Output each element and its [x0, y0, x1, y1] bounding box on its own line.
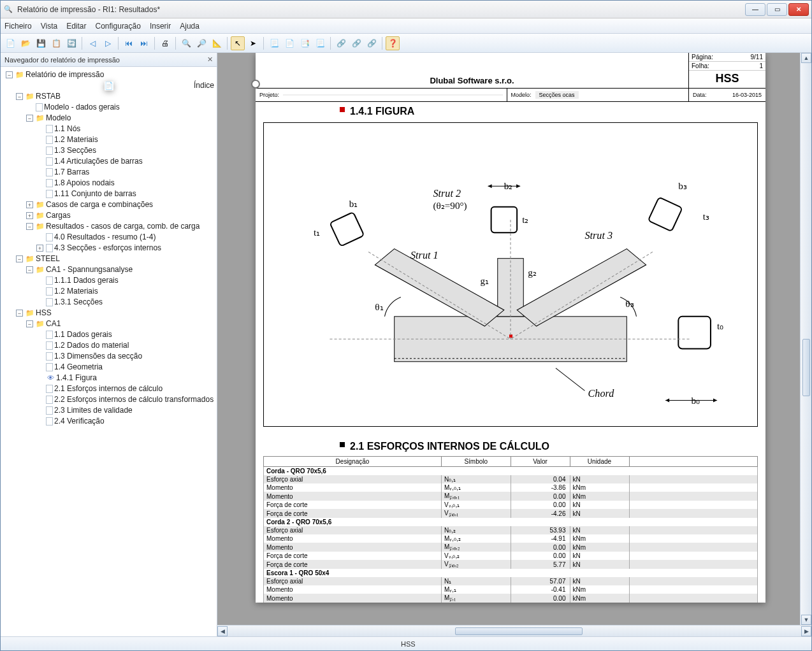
- navigator-title: Navegador do relatório de impressão: [4, 56, 120, 64]
- tree-item[interactable]: 1.4 Geometria: [54, 362, 103, 373]
- val-folha: 1: [759, 62, 763, 69]
- tree-item[interactable]: 1.2 Materiais: [54, 286, 98, 297]
- tb-doc3-icon[interactable]: 📑: [298, 36, 312, 50]
- tb-refresh-icon[interactable]: 🔄: [64, 36, 78, 50]
- svg-text:Strut 2: Strut 2: [433, 188, 461, 199]
- app-window: 🔍 Relatório de impressão - RI1: Resultad…: [0, 0, 812, 651]
- tb-first-icon[interactable]: ⏮: [122, 36, 136, 50]
- tree-item[interactable]: 1.3 Dimensões da secção: [54, 351, 142, 362]
- tree-item[interactable]: 1.4.1 Figura: [56, 373, 97, 383]
- val-projeto: [283, 94, 502, 96]
- tree-item[interactable]: 2.3 Limites de validade: [54, 405, 133, 416]
- tb-zoomin-icon[interactable]: 🔍: [179, 36, 193, 50]
- tree-item[interactable]: 1.4 Articulações de barras: [54, 156, 143, 167]
- svg-text:t₃: t₃: [703, 211, 709, 222]
- lbl-modelo: Modelo:: [511, 92, 532, 98]
- tb-next-icon[interactable]: ▷: [101, 36, 115, 50]
- scroll-thumb[interactable]: [802, 339, 810, 396]
- horizontal-scrollbar[interactable]: ◀ ▶: [217, 625, 811, 636]
- tree-rstab[interactable]: RSTAB: [36, 91, 61, 102]
- tb-link3-icon[interactable]: 🔗: [365, 36, 379, 50]
- tree-item[interactable]: 1.3 Secções: [54, 145, 96, 156]
- menu-editar[interactable]: Editar: [66, 22, 86, 31]
- page-canvas[interactable]: Dlubal Software s.r.o. Página:9/11 Folha…: [217, 53, 811, 625]
- maximize-button[interactable]: ▭: [767, 3, 787, 16]
- scroll-up-icon[interactable]: ▲: [801, 53, 811, 63]
- tree-item[interactable]: 2.2 Esforços internos de cálculo transfo…: [54, 394, 214, 405]
- scroll-thumb-h[interactable]: [455, 627, 583, 635]
- tb-help-icon[interactable]: ❓: [386, 36, 400, 50]
- titlebar[interactable]: 🔍 Relatório de impressão - RI1: Resultad…: [1, 1, 811, 18]
- tb-print-icon[interactable]: 🖨: [158, 36, 172, 50]
- tb-doc2-icon[interactable]: 📄: [282, 36, 296, 50]
- tb-last-icon[interactable]: ⏭: [137, 36, 151, 50]
- lbl-projeto: Projeto:: [259, 92, 279, 98]
- tree-item[interactable]: 1.2 Dados do material: [54, 340, 129, 351]
- tree-result[interactable]: Resultados - casos de carga, comb. de ca…: [46, 221, 199, 232]
- separator: [154, 37, 155, 50]
- scroll-down-icon[interactable]: ▼: [801, 615, 811, 625]
- tree-item[interactable]: 1.1 Dados gerais: [54, 329, 112, 340]
- tb-link1-icon[interactable]: 🔗: [334, 36, 348, 50]
- table-row: Escora 1 - QRO 50x4: [264, 569, 758, 577]
- tree-ca1[interactable]: CA1: [46, 318, 61, 329]
- menu-ajuda[interactable]: Ajuda: [180, 22, 199, 31]
- table-row: MomentoMᵧ,₁-0.41kNm: [264, 585, 758, 594]
- tree-item[interactable]: 1.2 Materiais: [54, 134, 98, 145]
- tree-ca1s[interactable]: CA1 - Spannungsanalyse: [46, 264, 133, 275]
- tb-select-icon[interactable]: ↖: [231, 36, 245, 50]
- tb-copy-icon[interactable]: 📋: [49, 36, 63, 50]
- tree-modelo[interactable]: Modelo: [46, 113, 71, 124]
- minimize-button[interactable]: —: [745, 3, 765, 16]
- menu-vista[interactable]: Vista: [41, 22, 57, 31]
- tb-open-icon[interactable]: 📂: [18, 36, 33, 50]
- svg-text:t₀: t₀: [717, 320, 723, 331]
- tb-prev-icon[interactable]: ◁: [85, 36, 99, 50]
- svg-line-15: [556, 368, 585, 390]
- svg-text:t₁: t₁: [314, 227, 320, 238]
- vertical-scrollbar[interactable]: ▲ ▼: [800, 53, 811, 625]
- menu-ficheiro[interactable]: Ficheiro: [4, 22, 32, 31]
- table-row: Corda 2 - QRO 70x5,6: [264, 518, 758, 526]
- tb-doc4-icon[interactable]: 📃: [313, 36, 327, 50]
- tree-hss[interactable]: HSS: [36, 308, 52, 318]
- figure-diagram: Strut 1 Strut 2 (θ₂=90°) Strut 3 Chord b…: [263, 122, 758, 427]
- tb-save-icon[interactable]: 💾: [34, 36, 48, 50]
- navigator-tree[interactable]: −📁Relatório de impressão 📄Índice −📁RSTAB…: [1, 67, 217, 636]
- tree-steel[interactable]: STEEL: [36, 254, 60, 264]
- tree-item[interactable]: 2.4 Verificação: [54, 416, 105, 427]
- menu-inserir[interactable]: Inserir: [150, 22, 171, 31]
- lbl-data: Data:: [693, 92, 707, 98]
- tree-item[interactable]: 1.1 Nós: [54, 124, 80, 134]
- val-data: 16-03-2015: [732, 92, 762, 98]
- tree-modelo-dados[interactable]: Modelo - dados gerais: [44, 102, 120, 113]
- page-hss: HSS: [689, 71, 765, 88]
- tb-zoomout-icon[interactable]: 🔎: [194, 36, 208, 50]
- close-button[interactable]: ✕: [788, 3, 809, 16]
- tree-item[interactable]: 1.7 Barras: [54, 167, 89, 178]
- navigator-close-icon[interactable]: ✕: [207, 55, 213, 64]
- tree-item[interactable]: 1.11 Conjunto de barras: [54, 189, 136, 199]
- tb-doc1-icon[interactable]: 📃: [267, 36, 281, 50]
- svg-rect-8: [648, 197, 683, 231]
- tb-zoompage-icon[interactable]: 📐: [210, 36, 224, 50]
- tree-item[interactable]: 4.3 Secções - esforços internos: [54, 243, 161, 254]
- separator: [227, 37, 228, 50]
- scroll-right-icon[interactable]: ▶: [801, 626, 811, 636]
- svg-marker-4: [517, 248, 646, 326]
- tree-cargas[interactable]: Cargas: [46, 210, 71, 221]
- tree-item[interactable]: 4.0 Resultados - resumo (1-4): [54, 232, 156, 243]
- tree-item[interactable]: 1.1.1 Dados gerais: [54, 275, 119, 286]
- tree-item[interactable]: 1.3.1 Secções: [54, 297, 103, 308]
- table-row: MomentoMᵧ,₀,₁-3.86kNm: [264, 483, 758, 492]
- tree-indice[interactable]: Índice: [194, 80, 214, 91]
- tb-new-icon[interactable]: 📄: [3, 36, 17, 50]
- tb-link2-icon[interactable]: 🔗: [349, 36, 363, 50]
- tree-casos[interactable]: Casos de carga e combinações: [46, 199, 153, 210]
- tb-pointer-icon[interactable]: ➤: [246, 36, 260, 50]
- tree-item[interactable]: 2.1 Esforços internos de cálculo: [54, 383, 163, 394]
- tree-root[interactable]: Relatório de impressão: [25, 69, 104, 80]
- tree-item[interactable]: 1.8 Apoios nodais: [54, 178, 115, 189]
- menu-config[interactable]: Configuração: [96, 22, 141, 31]
- scroll-left-icon[interactable]: ◀: [217, 626, 228, 636]
